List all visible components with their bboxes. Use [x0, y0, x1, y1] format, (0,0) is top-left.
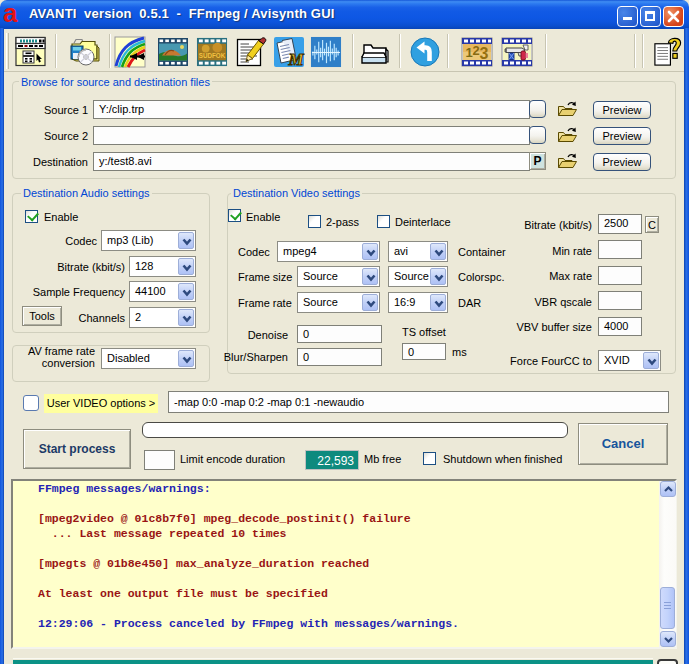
svg-text:SUDFOK: SUDFOK: [199, 52, 226, 59]
svg-text:3: 3: [480, 45, 489, 62]
svg-text:M: M: [287, 50, 304, 68]
svg-text:2: 2: [472, 43, 479, 58]
